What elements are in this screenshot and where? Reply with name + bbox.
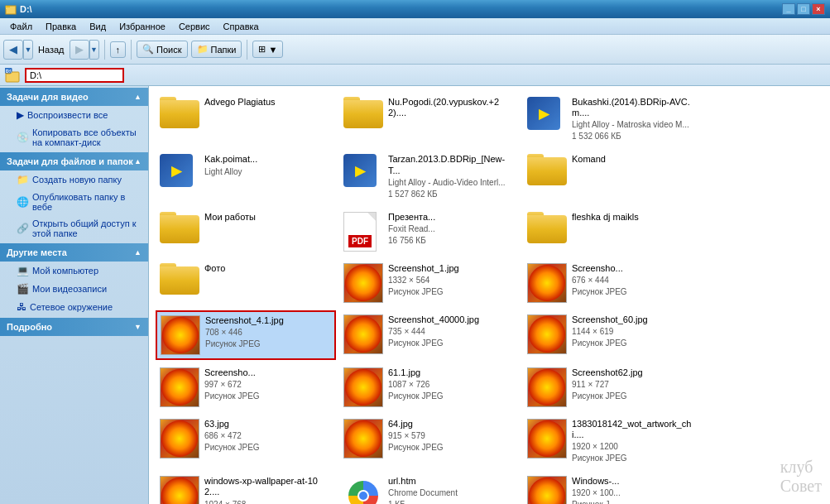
window-controls[interactable]: _ □ × [782,3,825,15]
file-thumb-screenshot60 [527,314,567,354]
file-thumb-screenshot1 [343,263,383,303]
sidebar-item-my-computer-label: Мой компьютер [32,266,98,276]
sidebar-item-my-computer[interactable]: 💻 Мой компьютер [0,262,148,280]
sidebar-section-other-places-label: Другие места [7,247,67,257]
sidebar-section-other-places[interactable]: Другие места ▲ [0,243,148,262]
file-item-screenshot60[interactable]: Screenshot_60.jpg 1144 × 619Рисунок JPEG [523,310,703,360]
file-name-tarzan: Tarzan.2013.D.BDRip_[New-T... [388,154,516,175]
file-thumb-611 [343,367,383,407]
sidebar-section-file-tasks[interactable]: Задачи для файлов и папок ▲ [0,152,148,170]
file-meta-611: 1087 × 726Рисунок JPEG [388,379,516,402]
sidebar-item-play-all[interactable]: ▶ Воспроизвести все [0,106,148,124]
menu-tools[interactable]: Сервис [172,20,217,33]
file-info-screenshot-r2: Screensho... 997 × 672Рисунок JPEG [204,367,332,402]
sidebar-section-video-tasks[interactable]: Задачи для видео ▲ [0,88,148,106]
minimize-button[interactable]: _ [782,3,795,15]
file-item-screenshot1[interactable]: Screenshot_1.jpg 1332 × 564Рисунок JPEG [339,259,520,307]
file-item-windows-r[interactable]: Windows-... 1920 × 100...Рисунок J... [523,472,703,504]
file-item-screenshot-r[interactable]: Screensho... 676 × 444Рисунок JPEG [523,259,703,307]
file-item-foto[interactable]: Фото [156,259,336,307]
web-icon: 🌐 [17,196,29,208]
file-name-komand: Komand [572,154,699,165]
file-item-screenshot40000[interactable]: Screenshot_40000.jpg 735 × 444Рисунок JP… [339,310,520,360]
file-thumb-bukashki: ▶ [527,97,567,137]
file-info-windows-r: Windows-... 1920 × 100...Рисунок J... [572,476,699,504]
sidebar-item-publish-web[interactable]: 🌐 Опубликовать папку в вебе [0,189,148,215]
file-thumb-screenshot62 [527,367,567,407]
file-thumb-winxp [160,476,199,504]
file-name-kak-poimat: Kak.poimat... [204,154,332,165]
file-info-fleshka: fleshka dj maikls [572,212,699,223]
file-item-url-htm[interactable]: url.htm Chrome Document1 КБ [339,472,520,504]
file-item-screenshot-r2[interactable]: Screensho... 997 × 672Рисунок JPEG [156,363,336,411]
file-name-windows-r: Windows-... [572,476,699,487]
maximize-button[interactable]: □ [797,3,810,15]
close-button[interactable]: × [812,3,825,15]
views-button[interactable]: ⊞ ▼ [252,41,283,58]
file-meta-windows-r: 1920 × 100...Рисунок J... [572,487,699,504]
video-icon: 🎬 [17,283,29,295]
pdf-icon-prezenta: PDF [343,212,377,252]
chrome-icon [348,481,378,504]
file-name-wot: 1383018142_wot_artwork_chi.... [572,419,699,440]
sidebar-item-share[interactable]: 🔗 Открыть общий доступ к этой папке [0,215,148,242]
file-meta-screenshot62: 911 × 727Рисунок JPEG [572,379,699,402]
sidebar: Задачи для видео ▲ ▶ Воспроизвести все 💿… [0,86,149,504]
file-item-fleshka[interactable]: fleshka dj maikls [523,208,703,256]
toolbar-separator-2 [131,40,132,60]
file-thumb-moi-raboty [160,212,199,252]
file-info-wot: 1383018142_wot_artwork_chi.... 1920 × 12… [572,419,699,464]
folders-icon: 📁 [197,44,209,55]
file-item-611[interactable]: 61.1.jpg 1087 × 726Рисунок JPEG [339,363,520,411]
file-name-bukashki: Bukashki.(2014).BDRip-AVC.m.... [572,97,699,118]
file-item-advego[interactable]: Advego Plagiatus [156,93,336,146]
forward-button[interactable]: ▶ [70,40,89,60]
file-area[interactable]: Advego Plagiatus Nu.Pogodi.(20.vypuskov.… [149,86,830,504]
main-content: Задачи для видео ▲ ▶ Воспроизвести все 💿… [0,86,830,504]
file-name-screenshot-r: Screensho... [572,263,699,274]
menu-favorites[interactable]: Избранное [113,20,172,33]
menu-edit[interactable]: Правка [39,20,83,33]
sidebar-item-new-folder[interactable]: 📁 Создать новую папку [0,170,148,189]
file-item-tarzan[interactable]: ▶ Tarzan.2013.D.BDRip_[New-T... Light Al… [339,150,520,204]
back-dropdown[interactable]: ▼ [23,40,33,60]
search-icon: 🔍 [142,44,154,55]
file-item-moi-raboty[interactable]: Мои работы [156,208,336,256]
file-info-screenshot40000: Screenshot_40000.jpg 735 × 444Рисунок JP… [388,314,516,349]
file-item-64[interactable]: 64.jpg 915 × 579Рисунок JPEG [339,415,520,468]
sidebar-item-network[interactable]: 🖧 Сетевое окружение [0,298,148,316]
back-button[interactable]: ◀ [3,40,23,60]
sidebar-item-my-videos[interactable]: 🎬 Мои видеозаписи [0,280,148,298]
sidebar-section-details[interactable]: Подробно ▼ [0,318,148,336]
file-item-kak-poimat[interactable]: ▶ Kak.poimat... Light Alloy [156,150,336,204]
up-button[interactable]: ↑ [110,41,127,58]
menu-help[interactable]: Справка [217,20,266,33]
file-thumb-screenshot-r2 [160,367,199,407]
sidebar-item-copy-disc[interactable]: 💿 Копировать все объекты на компакт-диск [0,124,148,151]
file-item-winxp[interactable]: windows-xp-wallpaper-at-102.... 1024 × 7… [156,472,336,504]
file-meta-tarzan: Light Alloy - Audio-Video Interl...1 527… [388,177,516,200]
file-info-prezenta: Презента... Foxit Read...16 756 КБ [388,212,516,247]
file-info-nu-pogodi: Nu.Pogodi.(20.vypuskov.+22).... [388,97,516,118]
file-info-url-htm: url.htm Chrome Document1 КБ [388,476,516,504]
folders-button[interactable]: 📁 Папки [191,41,242,58]
file-item-screenshot41[interactable]: Screenshot_4.1.jpg 708 × 446Рисунок JPEG [156,310,336,360]
file-thumb-63 [160,419,199,458]
file-item-63[interactable]: 63.jpg 686 × 472Рисунок JPEG [156,415,336,468]
sidebar-item-copy-disc-label: Копировать все объекты на компакт-диск [32,127,142,147]
file-item-prezenta[interactable]: PDF Презента... Foxit Read...16 756 КБ [339,208,520,256]
file-meta-wot: 1920 × 1200Рисунок JPEG [572,441,699,464]
menu-view[interactable]: Вид [83,20,113,33]
file-thumb-screenshot40000 [343,314,383,354]
file-item-komand[interactable]: Komand [523,150,703,204]
back-label: Назад [36,45,66,55]
menu-file[interactable]: Файл [3,20,39,33]
file-item-screenshot62[interactable]: Screenshot62.jpg 911 × 727Рисунок JPEG [523,363,703,411]
file-item-nu-pogodi[interactable]: Nu.Pogodi.(20.vypuskov.+22).... [339,93,520,146]
file-info-screenshot62: Screenshot62.jpg 911 × 727Рисунок JPEG [572,367,699,402]
file-item-bukashki[interactable]: ▶ Bukashki.(2014).BDRip-AVC.m.... Light … [523,93,703,146]
forward-dropdown[interactable]: ▼ [89,40,99,60]
search-button[interactable]: 🔍 Поиск [137,41,187,58]
address-input[interactable] [25,68,124,83]
file-item-wot[interactable]: 1383018142_wot_artwork_chi.... 1920 × 12… [523,415,703,468]
